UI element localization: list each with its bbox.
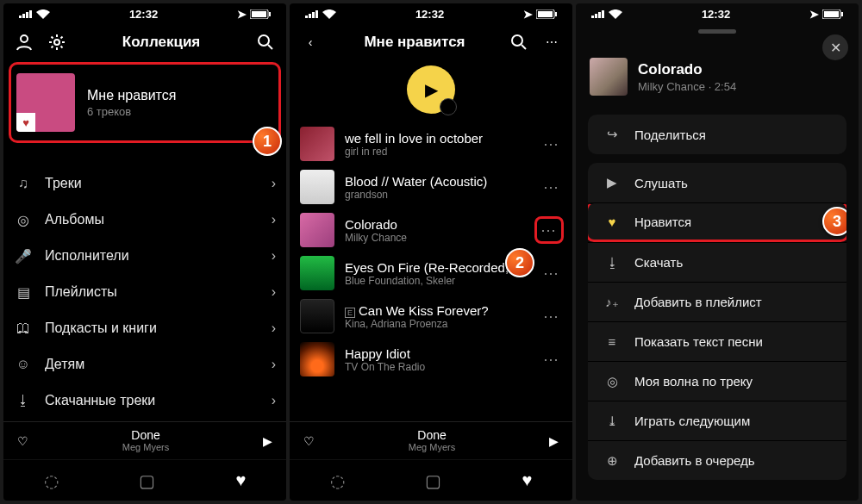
nav-liked-icon[interactable]: ♥ <box>522 470 532 490</box>
sheet-share[interactable]: ↪ Поделиться <box>588 115 846 154</box>
nav-podcasts[interactable]: 🕮Подкасты и книги› <box>14 310 276 346</box>
podcasts-icon: 🕮 <box>14 320 33 336</box>
track-row[interactable]: Blood // Water (Acoustic)grandson ⋯ <box>300 165 562 208</box>
svg-rect-21 <box>602 10 604 18</box>
np-title: Done <box>323 429 540 442</box>
heart-outline-icon[interactable]: ♡ <box>17 434 28 448</box>
svg-rect-5 <box>252 11 266 17</box>
sheet-track-art <box>590 58 628 96</box>
nav-kids[interactable]: ☺Детям› <box>14 346 276 383</box>
svg-rect-12 <box>312 12 315 18</box>
nav-downloaded[interactable]: ⭳Скачанные треки› <box>14 383 276 419</box>
search-icon[interactable] <box>509 32 529 53</box>
step-badge: 3 <box>822 207 846 236</box>
location-icon: ➤ <box>523 8 533 21</box>
track-more-icon[interactable]: ⋯ <box>541 177 562 196</box>
nav-liked-icon[interactable]: ♥ <box>235 470 246 490</box>
gear-icon[interactable] <box>47 32 67 53</box>
sheet-wave[interactable]: ◎Моя волна по треку <box>588 361 846 401</box>
svg-rect-24 <box>841 12 843 16</box>
svg-rect-1 <box>22 14 25 18</box>
svg-rect-2 <box>26 12 28 18</box>
sheet-item-label: Поделиться <box>634 128 706 142</box>
nav-library-icon[interactable]: ▢ <box>139 470 155 491</box>
profile-icon[interactable] <box>14 32 34 53</box>
battery-icon <box>250 9 271 19</box>
sheet-item-label: Добавить в плейлист <box>634 295 762 309</box>
sheet-listen[interactable]: ▶Слушать <box>588 163 846 202</box>
nav-label: Треки <box>45 176 82 191</box>
lyrics-icon: ≡ <box>603 334 621 349</box>
play-icon[interactable]: ▶ <box>549 434 559 448</box>
page-title: Коллекция <box>122 34 201 51</box>
play-icon[interactable]: ▶ <box>263 434 272 448</box>
track-art <box>300 299 334 333</box>
nav-label: Альбомы <box>45 212 104 227</box>
back-icon[interactable]: ‹ <box>300 32 321 53</box>
track-row[interactable]: we fell in love in octobergirl in red ⋯ <box>300 122 562 165</box>
track-title: Blood // Water (Acoustic) <box>345 174 531 189</box>
now-playing-bar[interactable]: ♡ Done Meg Myers ▶ <box>290 421 572 459</box>
sheet-lyrics[interactable]: ≡Показать текст песни <box>588 321 846 361</box>
liked-playlist-subtitle: 6 треков <box>87 105 176 118</box>
heart-icon: ♥ <box>603 215 621 229</box>
heart-outline-icon[interactable]: ♡ <box>303 434 315 448</box>
track-more-icon[interactable]: ⋯ <box>534 216 564 244</box>
nav-tracks[interactable]: ♫Треки› <box>14 165 276 202</box>
liked-playlist-card[interactable]: Мне нравится 6 треков 1 <box>9 62 281 143</box>
wifi-icon <box>322 9 336 19</box>
svg-rect-11 <box>309 14 311 18</box>
nav-albums[interactable]: ◎Альбомы› <box>14 202 276 238</box>
track-more-icon[interactable]: ⋯ <box>541 350 562 369</box>
status-bar: 12:32 ➤ <box>3 3 286 24</box>
chevron-right-icon: › <box>272 357 276 372</box>
sheet-header: Colorado Milky Chance · 2:54 <box>576 51 859 103</box>
nav-playlists[interactable]: ▤Плейлисты› <box>14 274 276 310</box>
liked-playlist-title: Мне нравится <box>87 88 176 103</box>
nav-home-icon[interactable]: ◌ <box>44 470 59 491</box>
track-row[interactable]: Happy IdiotTV On The Radio ⋯ <box>300 338 562 381</box>
sheet-add-playlist[interactable]: ♪₊Добавить в плейлист <box>588 282 846 321</box>
download-icon: ⭳ <box>603 255 621 270</box>
sheet-like[interactable]: ♥ Нравится 3 <box>588 202 846 242</box>
track-more-icon[interactable]: ⋯ <box>541 264 562 283</box>
track-title: Eyes On Fire (Re-Recorded; Sk… <box>345 260 531 275</box>
status-bar: 12:32 ➤ <box>290 3 572 24</box>
nav-library-icon[interactable]: ▢ <box>425 470 441 491</box>
search-icon[interactable] <box>255 32 276 53</box>
explicit-icon: E <box>345 308 355 318</box>
close-icon[interactable]: ✕ <box>822 34 848 60</box>
track-artist: girl in red <box>345 146 531 158</box>
chevron-right-icon: › <box>272 248 276 264</box>
sheet-play-next[interactable]: ⤓Играть следующим <box>588 401 846 440</box>
chevron-right-icon: › <box>272 284 276 300</box>
nav-home-icon[interactable]: ◌ <box>330 470 345 491</box>
track-artist: Milky Chance <box>345 232 524 244</box>
nav-label: Детям <box>45 357 84 372</box>
battery-icon <box>822 9 843 19</box>
status-time: 12:32 <box>415 8 444 21</box>
signal-icon <box>305 9 319 18</box>
np-artist: Meg Myers <box>37 442 254 452</box>
status-time: 12:32 <box>702 8 730 21</box>
now-playing-bar[interactable]: ♡ Done Meg Myers ▶ <box>3 421 286 459</box>
sheet-handle[interactable] <box>698 29 736 34</box>
nav-artists[interactable]: 🎤Исполнители› <box>14 238 276 274</box>
track-artist: Kina, Adriana Proenza <box>345 318 531 330</box>
queue-icon: ⊕ <box>603 453 621 469</box>
more-icon[interactable]: ⋯ <box>541 32 562 53</box>
nav-label: Исполнители <box>45 248 129 264</box>
play-all-button[interactable]: ▶ <box>407 65 455 114</box>
sheet-queue[interactable]: ⊕Добавить в очередь <box>588 440 846 480</box>
share-icon: ↪ <box>603 127 621 142</box>
mic-icon: 🎤 <box>14 248 33 264</box>
track-art <box>300 256 334 290</box>
track-row[interactable]: ECan We Kiss Forever?Kina, Adriana Proen… <box>300 295 562 338</box>
sheet-item-label: Показать текст песни <box>634 334 763 349</box>
track-artist: Blue Foundation, Skeler <box>345 275 531 287</box>
svg-rect-6 <box>269 12 271 16</box>
sheet-download[interactable]: ⭳Скачать <box>588 242 846 282</box>
track-row[interactable]: ColoradoMilky Chance ⋯ <box>300 208 562 252</box>
track-more-icon[interactable]: ⋯ <box>541 307 562 326</box>
track-more-icon[interactable]: ⋯ <box>541 134 562 153</box>
